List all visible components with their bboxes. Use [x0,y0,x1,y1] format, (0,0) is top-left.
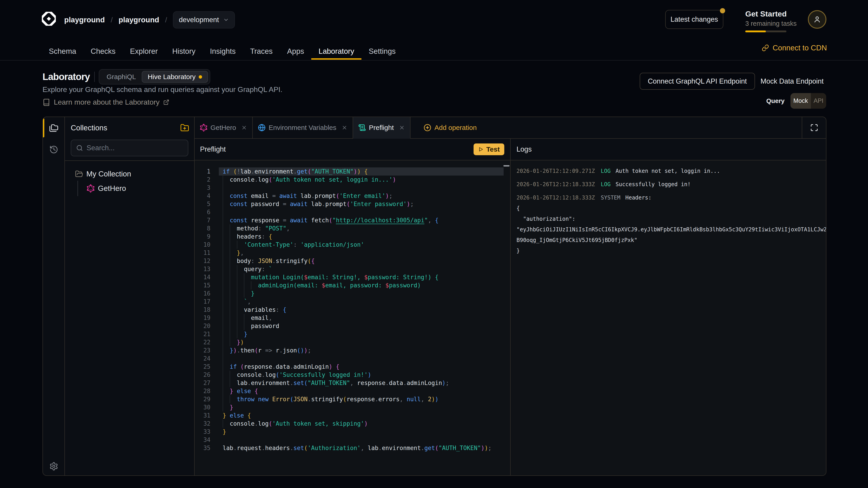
hive-logo[interactable] [41,11,56,26]
fullscreen-button[interactable] [802,117,826,139]
code-line[interactable]: 23 }).then(r => r.json()); [195,346,510,355]
close-icon[interactable] [399,125,405,131]
code-line[interactable]: 21 } [195,330,510,338]
code-token: ) [364,420,368,427]
nav-tab-checks[interactable]: Checks [84,42,123,60]
code-line[interactable]: 35lab.request.headers.set('Authorization… [195,444,510,452]
code-line[interactable]: 33} [195,428,510,436]
code-token: response [353,380,385,386]
code-line[interactable]: 14 mutation Login($email: String!, $pass… [195,273,510,281]
mode-option-graphiql[interactable]: GraphiQL [101,71,141,83]
code-token: adminLogin [407,380,442,386]
nav-tab-schema[interactable]: Schema [41,42,84,60]
code-line[interactable]: 9 headers: { [195,232,510,240]
code-line[interactable]: 6 [195,208,510,216]
code-line[interactable]: 22 }) [195,338,510,346]
code-token: 'Auth token not set, loggin in...' [272,176,393,183]
target-selector[interactable]: development [173,11,235,29]
nav-tab-label: Explorer [130,47,158,56]
code-line[interactable]: 2 console.log('Auth token not set, loggi… [195,175,510,184]
code-line[interactable]: 3 [195,184,510,192]
close-icon[interactable] [241,125,247,131]
collections-search-input[interactable]: Search... [71,140,188,156]
line-number: 5 [195,200,211,208]
code-line[interactable]: 5 const password = await lab.prompt('Ent… [195,200,510,208]
editor-scrollbar-thumb[interactable] [503,165,509,166]
code-token: 'Enter email' [340,193,385,199]
nav-tab-explorer[interactable]: Explorer [123,42,165,60]
code-line[interactable]: 34 [195,436,510,444]
query-mode-api[interactable]: API [811,93,826,109]
learn-more-link[interactable]: Learn more about the Laboratory [42,98,169,106]
operation-tabbar: GetHeroEnvironment VariablesPreflight Ad… [195,117,826,139]
user-avatar-button[interactable] [808,10,827,29]
rail-history-button[interactable] [43,139,64,160]
code-line[interactable]: 8 method: "POST", [195,224,510,232]
nav-tab-insights[interactable]: Insights [203,42,243,60]
collection-folder-item[interactable]: My Collection [65,167,194,181]
code-token: "AUTH_TOKEN" [311,168,353,175]
query-mode-mock[interactable]: Mock [790,93,811,109]
nav-tab-traces[interactable]: Traces [243,42,280,60]
rail-collections-button[interactable] [43,117,64,139]
code-token [361,168,364,175]
code-token: => [265,347,272,354]
code-token: . [251,168,254,175]
get-started-widget[interactable]: Get Started 3 remaining tasks [745,10,797,32]
code-line[interactable]: 19 email, [195,314,510,322]
mode-option-hive-laboratory[interactable]: Hive Laboratory [142,71,208,83]
code-token [286,201,290,207]
code-line[interactable]: 16 } [195,289,510,297]
code-line[interactable]: 29 throw new Error(JSON.stringify(respon… [195,395,510,403]
preflight-code-editor[interactable]: 1if (!lab.environment.get("AUTH_TOKEN"))… [195,160,510,475]
code-line[interactable]: 28 } else { [195,387,510,395]
code-line[interactable]: 24 [195,355,510,363]
code-line[interactable]: 10 'Content-Type': 'application/json' [195,240,510,249]
code-line[interactable]: 7 const response = await fetch("http://l… [195,216,510,224]
code-token: errors [378,396,400,402]
code-token: . [403,380,407,386]
code-line[interactable]: 15 adminLogin(email: $email, password: $… [195,281,510,289]
test-button[interactable]: Test [473,143,504,155]
collection-operation-item[interactable]: GetHero [65,181,194,196]
connect-to-cdn-link[interactable]: Connect to CDN [762,42,827,54]
code-line[interactable]: 32 console.log('Auth token set, skipping… [195,420,510,428]
code-line[interactable]: 18 variables: { [195,306,510,314]
nav-tab-apps[interactable]: Apps [280,42,311,60]
operation-tab-environment-variables[interactable]: Environment Variables [253,117,353,139]
line-number: 24 [195,355,211,363]
code-token: , [240,250,244,256]
folder-plus-icon[interactable] [180,123,189,132]
nav-tab-history[interactable]: History [165,42,203,60]
code-line[interactable]: 25 if (response.data.adminLogin) { [195,363,510,371]
nav-tab-settings[interactable]: Settings [362,42,403,60]
breadcrumb-org[interactable]: playground [64,15,105,24]
latest-changes-button[interactable]: Latest changes [665,10,723,29]
rail-settings-button[interactable] [43,462,64,471]
log-entry: 2026-01-26T12:12:18.333ZSYSTEMHeaders: {… [517,193,826,256]
code-line[interactable]: 27 lab.environment.set("AUTH_TOKEN", res… [195,379,510,387]
code-token: response [346,396,375,402]
code-line[interactable]: 12 body: JSON.stringify({ [195,257,510,265]
code-line[interactable]: 26 console.log('Successfully logged in!'… [195,371,510,379]
code-token: : [261,266,265,272]
code-line[interactable]: 1if (!lab.environment.get("AUTH_TOKEN"))… [195,167,510,175]
operation-tab-preflight[interactable]: Preflight [353,117,410,139]
code-line[interactable]: 30 } [195,403,510,412]
code-line[interactable]: 31} else { [195,412,510,420]
code-line[interactable]: 11 }, [195,249,510,257]
close-icon[interactable] [342,125,347,131]
code-line[interactable]: 13 query: ` [195,265,510,273]
breadcrumb-project[interactable]: playground [119,15,159,24]
mock-endpoint-button[interactable]: Mock Data Endpoint [758,73,827,90]
add-operation-button[interactable]: Add operation [410,117,486,139]
code-token [286,217,290,224]
connect-endpoint-button[interactable]: Connect GraphQL API Endpoint [640,73,755,90]
operation-tab-gethero[interactable]: GetHero [195,117,253,139]
code-line[interactable]: 17 `, [195,297,510,306]
nav-tab-laboratory[interactable]: Laboratory [311,42,362,60]
code-line[interactable]: 20 password [195,322,510,330]
code-token: email, password: [325,282,385,289]
code-token: "POST" [265,225,286,232]
code-line[interactable]: 4 const email = await lab.prompt('Enter … [195,192,510,200]
